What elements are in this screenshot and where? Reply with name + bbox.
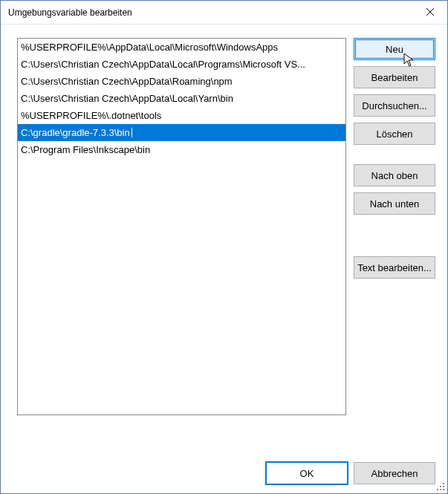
dialog-footer: OK Abbrechen (17, 449, 438, 484)
move-up-button[interactable]: Nach oben (354, 164, 435, 186)
path-list-value: C:\Users\Christian Czech\AppData\Roaming… (21, 77, 233, 86)
path-listbox[interactable]: %USERPROFILE%\AppData\Local\Microsoft\Wi… (17, 38, 346, 415)
path-list-value: %USERPROFILE%\.dotnet\tools (21, 111, 161, 120)
titlebar: Umgebungsvariable bearbeiten (1, 1, 447, 25)
path-list-value: C:\Program Files\Inkscape\bin (21, 145, 150, 155)
content-row: %USERPROFILE%\AppData\Local\Microsoft\Wi… (17, 38, 438, 449)
edit-text-button[interactable]: Text bearbeiten... (354, 256, 435, 279)
close-button[interactable] (413, 1, 447, 24)
button-sidebar: Neu Bearbeiten Durchsuchen... Löschen Na… (354, 38, 437, 449)
path-list-row[interactable]: C:\Users\Christian Czech\AppData\Local\P… (18, 56, 345, 73)
path-list-row[interactable]: %USERPROFILE%\.dotnet\tools (18, 107, 345, 124)
close-icon (426, 7, 434, 18)
dialog-window: Umgebungsvariable bearbeiten %USERPROFIL… (0, 0, 448, 494)
path-list-row[interactable]: C:\Users\Christian Czech\AppData\Roaming… (18, 73, 345, 90)
browse-button[interactable]: Durchsuchen... (354, 94, 435, 117)
path-list-value: C:\Users\Christian Czech\AppData\Local\P… (21, 59, 305, 69)
new-button[interactable]: Neu (354, 38, 435, 60)
path-list-row[interactable]: C:\Program Files\Inkscape\bin (18, 141, 345, 158)
window-title: Umgebungsvariable bearbeiten (8, 7, 132, 18)
move-down-button[interactable]: Nach unten (354, 192, 435, 215)
path-list-row[interactable]: %USERPROFILE%\AppData\Local\Microsoft\Wi… (18, 39, 345, 56)
ok-button[interactable]: OK (266, 462, 348, 484)
path-list-value: C:\gradle\gradle-7.3.3\bin (21, 128, 132, 137)
path-list-value: %USERPROFILE%\AppData\Local\Microsoft\Wi… (21, 42, 278, 52)
delete-button[interactable]: Löschen (354, 123, 435, 145)
path-list-row[interactable]: C:\gradle\gradle-7.3.3\bin (18, 124, 345, 141)
dialog-body: %USERPROFILE%\AppData\Local\Microsoft\Wi… (1, 25, 447, 493)
edit-button[interactable]: Bearbeiten (354, 66, 435, 88)
path-list-value: C:\Users\Christian Czech\AppData\Local\Y… (21, 94, 233, 103)
cancel-button[interactable]: Abbrechen (354, 462, 435, 484)
path-list-row[interactable]: C:\Users\Christian Czech\AppData\Local\Y… (18, 90, 345, 107)
